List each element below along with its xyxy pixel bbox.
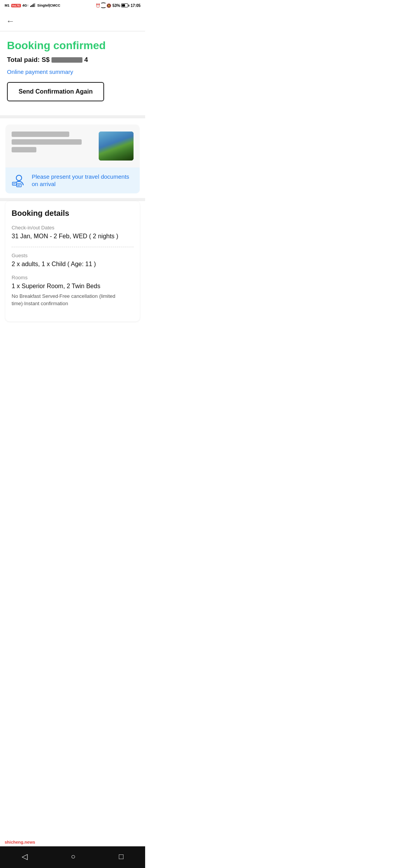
nav-bar: ← <box>0 11 145 31</box>
svg-point-5 <box>16 175 22 181</box>
signal-1 <box>30 3 36 8</box>
travel-docs-icon <box>12 173 26 188</box>
travel-docs-text: Please present your travel documents on … <box>32 173 134 188</box>
booking-details-card: Booking details Check-in/out Dates 31 Ja… <box>5 201 140 321</box>
bluetooth-icon: ⁐ <box>101 3 105 8</box>
hotel-name-line-3 <box>12 147 36 152</box>
svg-rect-0 <box>30 6 31 7</box>
status-bar-left: M1 VoLTE 4G↑ Singtel|CMCC <box>5 3 60 8</box>
section-divider-1 <box>0 115 145 118</box>
carrier2: Singtel|CMCC <box>37 3 60 7</box>
back-arrow-icon: ← <box>6 16 15 26</box>
online-payment-link[interactable]: Online payment summary <box>7 68 73 75</box>
section-divider-2 <box>0 198 145 201</box>
travel-docs-banner: Please present your travel documents on … <box>5 167 140 193</box>
status-bar-right: ⏰ ⁐ 🔕 53% 17:05 <box>96 3 140 8</box>
hotel-name-line-1 <box>12 132 69 137</box>
booking-details-wrapper: Booking details Check-in/out Dates 31 Ja… <box>0 201 145 321</box>
hotel-card-top <box>12 132 134 161</box>
status-bar: M1 VoLTE 4G↑ Singtel|CMCC ⏰ ⁐ 🔕 53% <box>0 0 145 11</box>
hotel-card: Please present your travel documents on … <box>5 125 140 193</box>
time: 17:05 <box>130 3 140 8</box>
rooms-group: Rooms 1 x Superior Room, 2 Twin Beds No … <box>12 275 134 307</box>
send-confirmation-button[interactable]: Send Confirmation Again <box>7 82 104 101</box>
guests-group: Guests 2 x adults, 1 x Child ( Age: 11 ) <box>12 253 134 268</box>
hotel-name-line-2 <box>12 139 82 145</box>
hotel-name-redacted <box>12 132 99 155</box>
svg-rect-4 <box>35 3 36 7</box>
total-amount-suffix: 4 <box>84 56 88 63</box>
divider-1 <box>12 247 134 247</box>
hotel-card-wrapper: Please present your travel documents on … <box>0 118 145 193</box>
svg-rect-3 <box>34 3 34 7</box>
svg-rect-2 <box>33 4 33 7</box>
checkin-group: Check-in/out Dates 31 Jan, MON - 2 Feb, … <box>12 225 134 241</box>
back-button[interactable]: ← <box>6 15 15 28</box>
checkin-value: 31 Jan, MON - 2 Feb, WED ( 2 nights ) <box>12 232 134 241</box>
booking-confirmed-title: Booking confirmed <box>7 39 138 52</box>
total-paid-row: Total paid: S$ 4 Online payment summary <box>7 56 138 75</box>
battery-percent: 53% <box>112 3 120 8</box>
volte-badge: VoLTE <box>11 4 21 7</box>
m1-label: M1 <box>5 3 10 7</box>
booking-details-title: Booking details <box>12 209 134 218</box>
total-amount-redacted <box>51 57 82 63</box>
rooms-value: 1 x Superior Room, 2 Twin Beds <box>12 282 134 290</box>
guests-value: 2 x adults, 1 x Child ( Age: 11 ) <box>12 260 134 268</box>
main-content: Booking confirmed Total paid: S$ 4 Onlin… <box>0 31 145 115</box>
checkin-label: Check-in/out Dates <box>12 225 134 231</box>
alarm-icon: ⏰ <box>96 3 100 8</box>
svg-rect-1 <box>31 5 32 7</box>
hotel-image-visual <box>99 132 134 161</box>
mute-icon: 🔕 <box>106 3 111 8</box>
battery-icon <box>121 3 129 7</box>
rooms-detail: No Breakfast Served·Free cancellation (l… <box>12 292 134 308</box>
svg-rect-9 <box>12 182 16 185</box>
carrier-info: 4G↑ <box>22 3 29 7</box>
rooms-label: Rooms <box>12 275 134 280</box>
hotel-image <box>99 132 134 161</box>
total-paid-label: Total paid: S$ 4 <box>7 56 88 64</box>
guests-label: Guests <box>12 253 134 258</box>
svg-rect-6 <box>17 184 21 187</box>
